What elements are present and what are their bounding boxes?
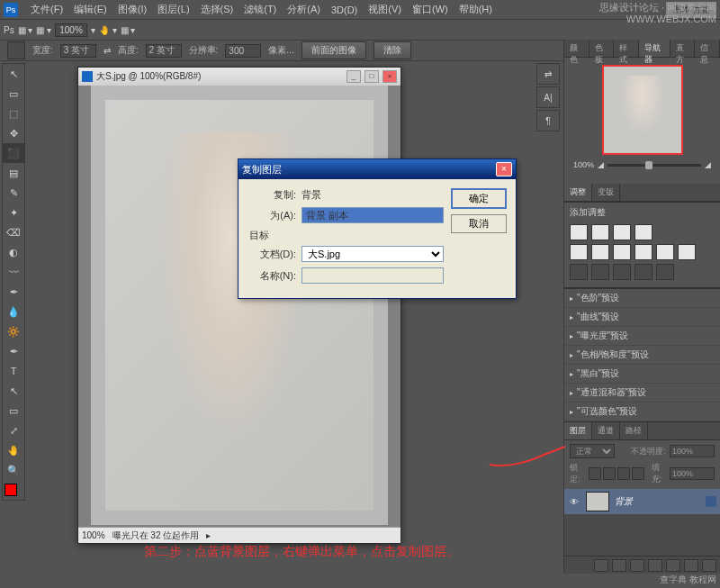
doc-select[interactable]: 大S.jpg	[302, 246, 444, 262]
layer-row[interactable]: 👁 背景	[564, 489, 720, 514]
gradient-tool[interactable]: ✒	[3, 282, 24, 302]
dialog-titlebar[interactable]: 复制图层 ×	[238, 159, 516, 179]
tab-swatches[interactable]: 色板	[590, 40, 615, 57]
path-select-tool[interactable]: ↖	[3, 381, 24, 401]
lock-pixels-icon[interactable]	[603, 467, 616, 480]
crop-res-input[interactable]	[225, 44, 261, 58]
crop-tool[interactable]: ⬛	[3, 143, 24, 163]
zoom-tool[interactable]: 🔍	[3, 460, 24, 480]
blend-mode-select[interactable]: 正常	[570, 444, 615, 458]
posterize-icon[interactable]	[591, 264, 609, 280]
levels-icon[interactable]	[591, 224, 609, 240]
shape-tool[interactable]: ▭	[3, 401, 24, 421]
exposure-icon[interactable]	[634, 224, 652, 240]
zoom-in-icon[interactable]: ◢	[705, 160, 711, 169]
bw-icon[interactable]	[634, 244, 652, 260]
menu-edit[interactable]: 编辑(E)	[68, 1, 112, 18]
menu-analysis[interactable]: 分析(A)	[282, 1, 326, 18]
character-panel-icon[interactable]: A|	[536, 86, 560, 108]
window-minimize-button[interactable]: _	[346, 70, 361, 83]
tab-adjustments[interactable]: 调整	[564, 184, 592, 201]
selectivecolor-icon[interactable]	[656, 264, 674, 280]
dialog-close-button[interactable]: ×	[496, 162, 512, 176]
colorbalance-icon[interactable]	[613, 244, 631, 260]
front-image-button[interactable]: 前面的图像	[302, 41, 366, 59]
blur-tool[interactable]: 💧	[3, 302, 24, 321]
cancel-button[interactable]: 取消	[451, 214, 507, 233]
zoom-out-icon[interactable]: ◢	[598, 160, 604, 169]
tab-navigator[interactable]: 导航器	[639, 40, 670, 57]
channelmixer-icon[interactable]	[678, 244, 696, 260]
tab-masks[interactable]: 变版	[592, 184, 620, 201]
layer-style-icon[interactable]	[612, 559, 626, 572]
layer-thumbnail[interactable]	[586, 492, 609, 511]
menu-image[interactable]: 图像(I)	[112, 1, 152, 18]
px-unit[interactable]: 像素...	[268, 44, 293, 57]
layer-mask-icon[interactable]	[630, 559, 644, 572]
brush-tool[interactable]: ✦	[3, 203, 24, 222]
preset-bw[interactable]: "黑白"预设	[564, 365, 720, 384]
lock-position-icon[interactable]	[617, 467, 630, 480]
layer-visibility-icon[interactable]: 👁	[568, 495, 580, 508]
history-brush-tool[interactable]: ◐	[3, 242, 24, 262]
document-window[interactable]: 大S.jpg @ 100%(RGB/8#) _ □ × 100% 曝光只在 32…	[77, 67, 401, 544]
delete-layer-icon[interactable]	[702, 559, 716, 572]
tab-styles[interactable]: 样式	[614, 40, 639, 57]
tab-color[interactable]: 颜色	[564, 40, 590, 57]
menu-file[interactable]: 文件(F)	[25, 1, 68, 18]
layer-name[interactable]: 背景	[615, 495, 700, 508]
invert-icon[interactable]	[570, 264, 588, 280]
document-canvas[interactable]	[91, 86, 388, 525]
photofilter-icon[interactable]	[656, 244, 674, 260]
type-tool[interactable]: T	[3, 361, 24, 381]
preset-curves[interactable]: "曲线"预设	[564, 308, 720, 327]
fill-input[interactable]	[670, 467, 715, 480]
crop-width-input[interactable]	[60, 44, 96, 58]
foreground-color-swatch[interactable]	[4, 484, 17, 496]
hue-icon[interactable]	[591, 244, 609, 260]
grid-icon[interactable]: ▦ ▾	[121, 25, 136, 35]
swap-icon[interactable]: ⇄	[104, 46, 111, 56]
clear-button[interactable]: 清除	[374, 41, 411, 59]
hand-tool[interactable]: 🤚	[3, 440, 24, 460]
crop-height-input[interactable]	[146, 44, 182, 58]
history-panel-icon[interactable]: ⇄	[536, 63, 560, 85]
preset-selectivecolor[interactable]: "可选颜色"预设	[564, 403, 720, 421]
curves-icon[interactable]	[613, 224, 631, 240]
layer-group-icon[interactable]	[666, 559, 680, 572]
name-input[interactable]	[302, 267, 444, 284]
eraser-tool[interactable]: 〰	[3, 262, 24, 282]
3d-tool[interactable]: ⤢	[3, 421, 24, 440]
hand-icon[interactable]: 🤚 ▾	[99, 25, 117, 35]
menu-view[interactable]: 视图(V)	[363, 1, 407, 18]
tab-paths[interactable]: 路径	[620, 422, 648, 439]
tab-info[interactable]: 信息	[695, 40, 720, 57]
tab-layers[interactable]: 图层	[564, 422, 592, 439]
doc-zoom[interactable]: 100%	[82, 530, 105, 540]
menu-select[interactable]: 选择(S)	[195, 1, 239, 18]
lock-transparency-icon[interactable]	[589, 467, 601, 480]
marquee-tool[interactable]: ▭	[3, 84, 24, 104]
lock-all-icon[interactable]	[632, 467, 644, 480]
link-layers-icon[interactable]	[594, 559, 608, 572]
window-close-button[interactable]: ×	[382, 70, 397, 83]
tab-histogram[interactable]: 直方	[670, 40, 696, 57]
new-layer-icon[interactable]	[684, 559, 698, 572]
pen-tool[interactable]: ✒	[3, 341, 24, 361]
preset-exposure[interactable]: "曝光度"预设	[564, 327, 720, 346]
navigator-thumbnail[interactable]	[602, 65, 683, 155]
gradientmap-icon[interactable]	[634, 264, 652, 280]
nav-zoom-slider[interactable]	[608, 164, 701, 167]
collapse-icon[interactable]: ▦ ▾	[18, 25, 33, 35]
nav-zoom-value[interactable]: 100%	[573, 160, 594, 169]
ok-button[interactable]: 确定	[451, 188, 507, 209]
menu-3d[interactable]: 3D(D)	[326, 3, 363, 17]
preset-channelmixer[interactable]: "通道混和器"预设	[564, 384, 720, 403]
window-maximize-button[interactable]: □	[364, 70, 379, 83]
opacity-input[interactable]	[670, 445, 715, 457]
as-input[interactable]	[302, 207, 444, 223]
lasso-tool[interactable]: ⬚	[3, 104, 24, 123]
tool-preset-picker[interactable]	[7, 41, 25, 59]
brightness-icon[interactable]	[570, 224, 588, 240]
preset-levels[interactable]: "色阶"预设	[564, 289, 720, 308]
